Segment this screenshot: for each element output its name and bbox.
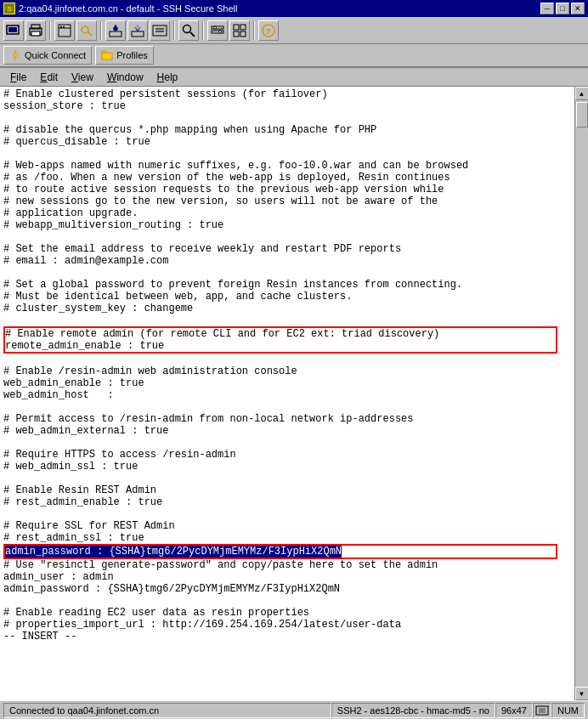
download-button[interactable] (127, 20, 148, 41)
nav-toolbar: Quick Connect Profiles (0, 44, 588, 68)
svg-rect-11 (110, 31, 122, 37)
maximize-button[interactable]: □ (556, 3, 569, 14)
svg-point-16 (184, 25, 191, 32)
menu-file[interactable]: File (3, 70, 33, 85)
terminal-line: # Require HTTPS to access /resin-admin (3, 449, 571, 461)
properties-button[interactable] (54, 20, 75, 41)
terminal-line (3, 401, 571, 413)
profiles-label: Profiles (116, 50, 148, 60)
terminal-line: web_admin_host : (3, 389, 571, 401)
terminal-line (3, 354, 571, 365)
scrollbar-thumb[interactable] (576, 102, 588, 127)
close-button[interactable]: ✕ (571, 3, 585, 14)
help-button[interactable]: ? (258, 20, 279, 41)
terminal-line (3, 112, 571, 124)
svg-rect-13 (153, 25, 167, 36)
download2-button[interactable] (150, 20, 170, 41)
terminal-line (3, 314, 571, 326)
svg-rect-30 (539, 708, 546, 713)
quick-connect-label: Quick Connect (25, 50, 86, 60)
terminal-line: remote_admin_enable : true (3, 340, 571, 354)
title-bar: S 2:qaa04.jinfonet.com.cn - default - SS… (0, 0, 588, 17)
print-button[interactable] (25, 20, 46, 41)
vertical-scrollbar[interactable]: ▲ ▼ (574, 87, 588, 700)
svg-point-20 (214, 26, 217, 29)
menu-edit[interactable]: Edit (33, 70, 65, 85)
upload-button[interactable] (105, 20, 126, 41)
window-controls[interactable]: ─ □ ✕ (540, 3, 585, 14)
minimize-button[interactable]: ─ (540, 3, 554, 14)
terminal-line (3, 148, 571, 160)
terminal-line (3, 231, 571, 243)
terminal-line (3, 437, 571, 449)
terminal-line: # email : admin@example.com (3, 255, 571, 267)
terminal-line: # Enable Resin REST Admin (3, 484, 571, 496)
terminal-line: admin_user : admin (3, 571, 571, 583)
menu-window[interactable]: Window (100, 70, 150, 85)
quick-connect-button[interactable]: Quick Connect (3, 46, 92, 65)
scroll-down-button[interactable]: ▼ (575, 687, 589, 700)
terminal-line: # Web-apps named with numeric suffixes, … (3, 160, 571, 172)
lightning-icon (9, 49, 21, 61)
new-connection-button[interactable] (3, 20, 24, 41)
scroll-up-button[interactable]: ▲ (575, 87, 589, 100)
terminal-line: # web_admin_ssl : true (3, 461, 571, 473)
terminal-line: # Enable remote admin (for remote CLI an… (3, 326, 571, 340)
terminal-line: # Enable clustered persistent sessions (… (3, 88, 571, 100)
toolbar-separator-3 (173, 21, 175, 40)
terminal-line: # Enable reading EC2 user data as resin … (3, 607, 571, 619)
toolbar-separator-2 (100, 21, 102, 40)
terminal-line: # properties_import_url : http://169.254… (3, 619, 571, 631)
profiles-button[interactable]: Profiles (95, 46, 154, 65)
title-bar-text: S 2:qaa04.jinfonet.com.cn - default - SS… (3, 3, 237, 14)
svg-rect-24 (234, 31, 239, 37)
terminal-line: -- INSERT -- (3, 631, 571, 643)
key-button[interactable] (76, 20, 97, 41)
terminal-line: # webapp_multiversion_routing : true (3, 219, 571, 231)
terminal-line: web_admin_enable : true (3, 377, 571, 389)
terminal-line: # Set the email address to receive weekl… (3, 243, 571, 255)
menu-view[interactable]: View (65, 70, 100, 85)
status-encryption: SSH2 - aes128-cbc - hmac-md5 - no (331, 703, 495, 718)
terminal-line: # disable the quercus *.php mapping when… (3, 124, 571, 136)
terminal-line: # to route active session requests to th… (3, 184, 571, 195)
svg-rect-7 (60, 26, 62, 28)
find-button[interactable] (178, 20, 199, 41)
svg-line-10 (88, 31, 92, 36)
app-icon: S (3, 3, 15, 14)
terminal-line: # Permit access to /resin-admin from non… (3, 413, 571, 425)
svg-rect-12 (132, 31, 144, 37)
settings2-button[interactable] (229, 20, 250, 41)
menubar: File Edit View Window Help (0, 68, 588, 87)
menu-help[interactable]: Help (150, 70, 185, 85)
terminal-line: # Must be identical between web, app, an… (3, 291, 571, 303)
svg-rect-8 (63, 26, 65, 28)
terminal-line: # Require SSL for REST Admin (3, 520, 571, 532)
svg-point-21 (219, 31, 222, 33)
terminal-line: # web_admin_external : true (3, 425, 571, 437)
terminal-line: # Use "resinctl generate-password" and c… (3, 559, 571, 571)
terminal-line: session_store : true (3, 100, 571, 112)
svg-line-17 (190, 32, 195, 37)
svg-marker-28 (13, 50, 18, 60)
status-connection: Connected to qaa04.jinfonet.com.cn (3, 703, 331, 718)
svg-rect-4 (31, 31, 40, 36)
status-num: NUM (551, 703, 585, 718)
folder-icon (101, 49, 113, 61)
status-icon-1 (533, 703, 551, 718)
svg-rect-23 (240, 25, 246, 30)
terminal-line: # Set a global password to prevent forei… (3, 279, 571, 291)
terminal-line: admin_password : {SSHA}tmg6/2PycDYMjmEMY… (3, 583, 571, 595)
terminal-line: # new sessions go to the new version, so… (3, 195, 571, 207)
toolbar-separator-4 (202, 21, 204, 40)
svg-text:?: ? (266, 28, 270, 37)
terminal-line: # Enable /resin-admin web administration… (3, 365, 571, 377)
terminal-line: # quercus_disable : true (3, 136, 571, 148)
terminal-line: # rest_admin_ssl : true (3, 532, 571, 544)
terminal[interactable]: # Enable clustered persistent sessions (… (0, 87, 574, 700)
main-toolbar: ? (0, 17, 588, 44)
svg-rect-1 (8, 27, 17, 32)
toolbar-separator-5 (253, 21, 255, 40)
settings1-button[interactable] (207, 20, 228, 41)
status-dimensions: 96x47 (495, 703, 533, 718)
